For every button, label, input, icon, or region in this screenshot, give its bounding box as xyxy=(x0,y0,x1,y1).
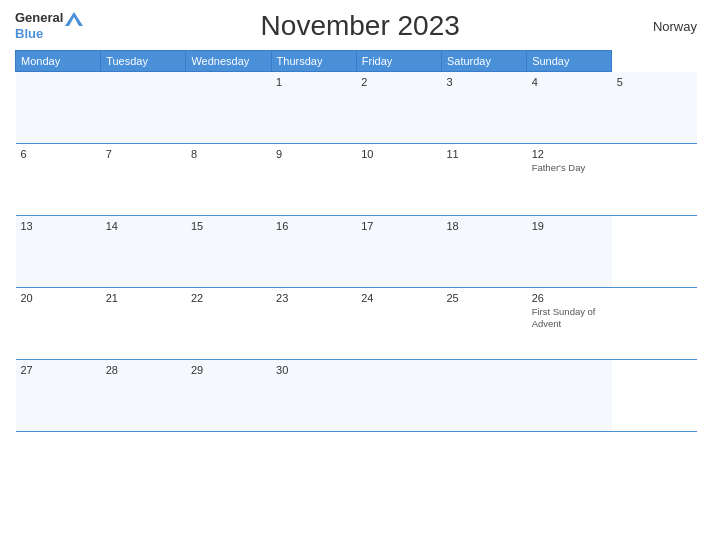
table-row: 6 xyxy=(16,144,101,216)
day-number: 27 xyxy=(21,364,96,376)
table-row: 29 xyxy=(186,360,271,432)
table-row: 14 xyxy=(101,216,186,288)
day-number: 14 xyxy=(106,220,181,232)
day-number: 18 xyxy=(446,220,521,232)
table-row: 15 xyxy=(186,216,271,288)
day-number: 19 xyxy=(532,220,607,232)
col-tuesday: Tuesday xyxy=(101,51,186,72)
calendar-week-row: 6789101112Father's Day xyxy=(16,144,698,216)
table-row: 22 xyxy=(186,288,271,360)
logo-blue: Blue xyxy=(15,26,43,41)
day-number: 16 xyxy=(276,220,351,232)
calendar-header-row: Monday Tuesday Wednesday Thursday Friday… xyxy=(16,51,698,72)
day-number: 9 xyxy=(276,148,351,160)
table-row: 24 xyxy=(356,288,441,360)
table-row xyxy=(186,72,271,144)
table-row xyxy=(527,360,612,432)
table-row: 8 xyxy=(186,144,271,216)
day-number: 24 xyxy=(361,292,436,304)
table-row: 21 xyxy=(101,288,186,360)
calendar-week-row: 12345 xyxy=(16,72,698,144)
col-sunday: Sunday xyxy=(527,51,612,72)
col-friday: Friday xyxy=(356,51,441,72)
day-number: 2 xyxy=(361,76,436,88)
day-number: 22 xyxy=(191,292,266,304)
table-row: 26First Sunday of Advent xyxy=(527,288,612,360)
day-number: 28 xyxy=(106,364,181,376)
table-row: 25 xyxy=(441,288,526,360)
country-label: Norway xyxy=(637,19,697,34)
day-number: 11 xyxy=(446,148,521,160)
header: General Blue November 2023 Norway xyxy=(15,10,697,42)
table-row: 17 xyxy=(356,216,441,288)
calendar-week-row: 20212223242526First Sunday of Advent xyxy=(16,288,698,360)
day-number: 10 xyxy=(361,148,436,160)
day-number: 17 xyxy=(361,220,436,232)
day-number: 21 xyxy=(106,292,181,304)
calendar-week-row: 27282930 xyxy=(16,360,698,432)
table-row: 23 xyxy=(271,288,356,360)
table-row: 7 xyxy=(101,144,186,216)
calendar-table: Monday Tuesday Wednesday Thursday Friday… xyxy=(15,50,697,432)
table-row: 30 xyxy=(271,360,356,432)
day-number: 6 xyxy=(21,148,96,160)
table-row: 12Father's Day xyxy=(527,144,612,216)
day-number: 30 xyxy=(276,364,351,376)
event-label: Father's Day xyxy=(532,162,607,174)
logo: General Blue xyxy=(15,11,83,41)
table-row xyxy=(356,360,441,432)
table-row: 20 xyxy=(16,288,101,360)
col-thursday: Thursday xyxy=(271,51,356,72)
table-row: 3 xyxy=(441,72,526,144)
table-row: 18 xyxy=(441,216,526,288)
day-number: 5 xyxy=(617,76,692,88)
calendar-page: General Blue November 2023 Norway Monday… xyxy=(0,0,712,550)
table-row: 19 xyxy=(527,216,612,288)
day-number: 12 xyxy=(532,148,607,160)
day-number: 23 xyxy=(276,292,351,304)
table-row: 5 xyxy=(612,72,697,144)
table-row xyxy=(101,72,186,144)
day-number: 26 xyxy=(532,292,607,304)
table-row: 10 xyxy=(356,144,441,216)
table-row: 9 xyxy=(271,144,356,216)
page-title: November 2023 xyxy=(83,10,637,42)
table-row: 28 xyxy=(101,360,186,432)
day-number: 29 xyxy=(191,364,266,376)
day-number: 20 xyxy=(21,292,96,304)
table-row: 11 xyxy=(441,144,526,216)
table-row: 27 xyxy=(16,360,101,432)
calendar-week-row: 13141516171819 xyxy=(16,216,698,288)
day-number: 3 xyxy=(446,76,521,88)
day-number: 8 xyxy=(191,148,266,160)
table-row: 16 xyxy=(271,216,356,288)
table-row xyxy=(441,360,526,432)
day-number: 13 xyxy=(21,220,96,232)
table-row: 2 xyxy=(356,72,441,144)
table-row xyxy=(16,72,101,144)
day-number: 4 xyxy=(532,76,607,88)
table-row: 13 xyxy=(16,216,101,288)
col-monday: Monday xyxy=(16,51,101,72)
col-wednesday: Wednesday xyxy=(186,51,271,72)
day-number: 15 xyxy=(191,220,266,232)
col-saturday: Saturday xyxy=(441,51,526,72)
table-row: 4 xyxy=(527,72,612,144)
table-row: 1 xyxy=(271,72,356,144)
day-number: 7 xyxy=(106,148,181,160)
day-number: 25 xyxy=(446,292,521,304)
logo-general: General xyxy=(15,11,83,26)
event-label: First Sunday of Advent xyxy=(532,306,607,331)
day-number: 1 xyxy=(276,76,351,88)
